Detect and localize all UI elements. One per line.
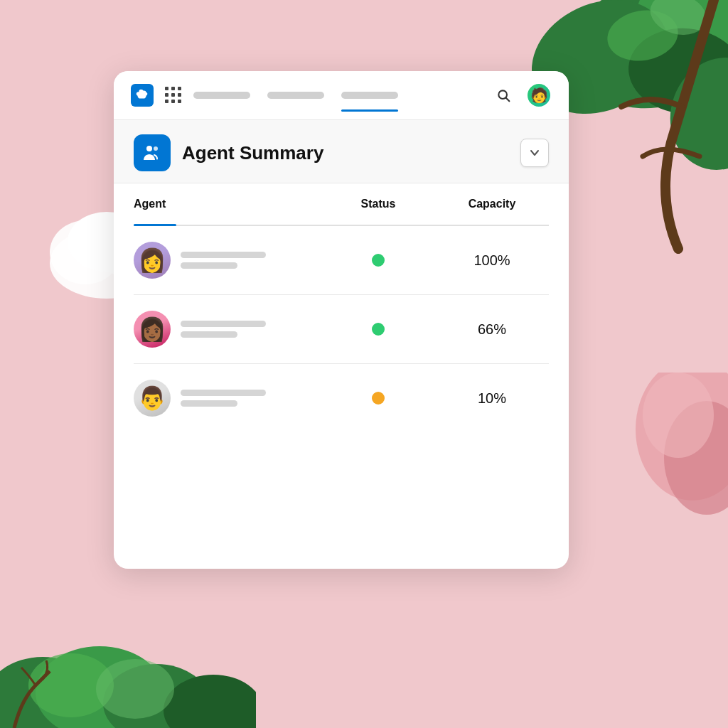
svg-line-21 — [506, 98, 510, 102]
agent-info-2 — [134, 311, 321, 348]
nav-item-1[interactable] — [193, 92, 250, 99]
status-dot-green-2 — [372, 323, 385, 336]
search-button[interactable] — [492, 84, 515, 107]
app-launcher-icon[interactable] — [165, 87, 182, 104]
agent-avatar-1 — [134, 242, 171, 279]
agent-status-3 — [321, 392, 435, 405]
table-area: Agent Status Capacity 100% — [114, 183, 569, 432]
col-header-agent: Agent — [134, 198, 321, 216]
agent-name-line-3 — [181, 321, 266, 327]
status-dot-green-1 — [372, 254, 385, 267]
agent-name-lines-3 — [181, 390, 266, 407]
table-row: 10% — [134, 364, 549, 432]
agent-summary-icon — [134, 134, 171, 171]
agent-name-line-5 — [181, 390, 266, 396]
status-dot-yellow-3 — [372, 392, 385, 405]
agent-name-lines-1 — [181, 252, 266, 269]
agent-name-lines-2 — [181, 321, 266, 338]
nav-item-2[interactable] — [267, 92, 324, 99]
svg-point-23 — [154, 146, 158, 151]
agent-name-line-1 — [181, 252, 266, 258]
agent-name-line-6 — [181, 400, 237, 407]
agent-capacity-2: 66% — [435, 321, 549, 338]
agent-status-2 — [321, 323, 435, 336]
agent-name-line-4 — [181, 331, 237, 338]
agent-info-1 — [134, 242, 321, 279]
salesforce-logo[interactable] — [131, 84, 154, 107]
nav-bar: 🧑 — [114, 71, 569, 120]
table-row: 100% — [134, 226, 549, 295]
table-row: 66% — [134, 295, 549, 364]
page-header: Agent Summary — [114, 120, 569, 183]
bottom-left-bushes — [0, 572, 256, 728]
agent-info-3 — [134, 380, 321, 417]
pink-tree-right — [586, 373, 728, 586]
svg-point-15 — [96, 659, 174, 719]
svg-point-22 — [146, 146, 152, 151]
svg-point-9 — [643, 373, 714, 458]
table-headers: Agent Status Capacity — [134, 183, 549, 226]
nav-item-3[interactable] — [341, 92, 398, 99]
agent-name-line-2 — [181, 262, 237, 269]
user-avatar[interactable]: 🧑 — [526, 82, 552, 108]
col-header-capacity: Capacity — [435, 198, 549, 216]
dropdown-button[interactable] — [520, 139, 549, 167]
page-title: Agent Summary — [182, 142, 509, 164]
col-header-status: Status — [321, 198, 435, 216]
main-card: 🧑 Agent Summary Agent Status Capacity — [114, 71, 569, 569]
agent-avatar-2 — [134, 311, 171, 348]
agent-capacity-3: 10% — [435, 390, 549, 407]
agent-avatar-3 — [134, 380, 171, 417]
nav-items — [193, 92, 481, 99]
agent-capacity-1: 100% — [435, 252, 549, 269]
agent-status-1 — [321, 254, 435, 267]
